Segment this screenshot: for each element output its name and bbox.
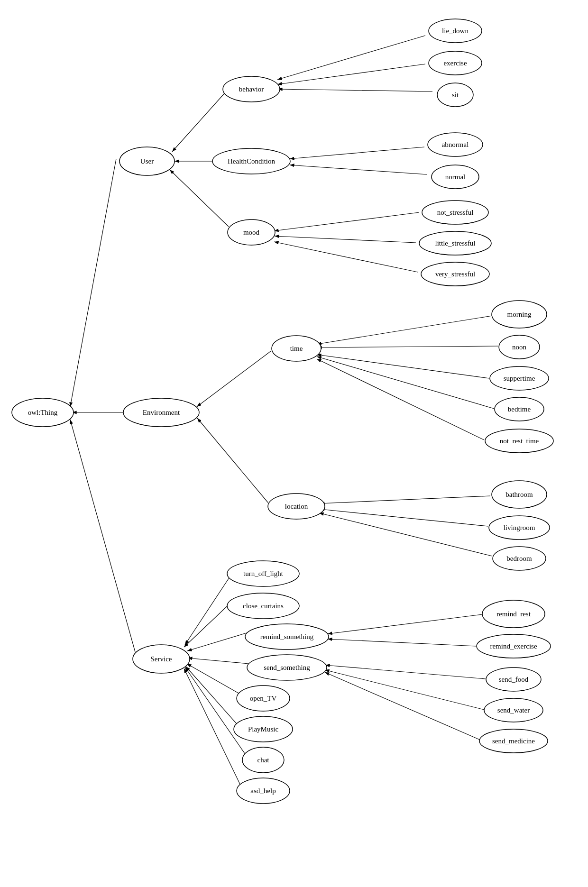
label-littlestressful: little_stressful	[435, 239, 476, 247]
edge-location-bedroom	[319, 513, 492, 556]
edge-service-opentv	[187, 664, 241, 695]
label-healthcondition: HealthCondition	[228, 157, 275, 165]
label-normal: normal	[445, 173, 466, 181]
label-sendwater: send_water	[497, 706, 530, 714]
edge-health-normal	[290, 165, 427, 174]
label-closecurtains: close_curtains	[243, 602, 284, 610]
edge-send-sendmedicine	[325, 672, 479, 740]
label-liedown: lie_down	[442, 27, 469, 35]
label-morning: morning	[507, 311, 532, 318]
label-playmusic: PlayMusic	[248, 725, 279, 733]
edge-behavior-sit	[278, 89, 432, 91]
label-abnormal: abnormal	[442, 141, 469, 148]
edge-user-behavior	[172, 92, 225, 152]
edge-mood-littlestressful	[275, 236, 416, 243]
label-noon: noon	[512, 343, 527, 351]
label-sit: sit	[452, 91, 459, 99]
edge-service-sendsomething	[188, 658, 248, 664]
edge-time-suppertime	[317, 355, 489, 378]
label-bedroom: bedroom	[506, 555, 532, 562]
edge-service-closecurtains	[184, 602, 231, 647]
label-verystressful: very_stressful	[435, 270, 475, 278]
edge-health-abnormal	[290, 147, 424, 159]
label-sendfood: send_food	[499, 676, 529, 683]
label-bathroom: bathroom	[505, 491, 533, 498]
label-opentv: open_TV	[250, 695, 277, 702]
edge-time-noon	[317, 346, 498, 347]
label-exercise: exercise	[443, 59, 467, 67]
edge-location-bathroom	[320, 496, 490, 503]
label-sendsomething: send_something	[264, 664, 310, 671]
label-asdhelp: asd_help	[250, 787, 276, 795]
label-chat: chat	[257, 756, 270, 764]
label-sendmedicine: send_medicine	[492, 737, 535, 745]
edge-service-playmusic	[186, 667, 238, 725]
edge-user-mood	[170, 170, 229, 227]
edge-remind-remindrest	[328, 614, 482, 634]
label-livingroom: livingroom	[504, 524, 535, 531]
label-user: User	[140, 157, 154, 165]
edge-env-location	[197, 418, 268, 503]
edge-behavior-liedown	[277, 36, 425, 80]
edge-time-notresttime	[317, 359, 484, 440]
edge-mood-verystressful	[274, 242, 418, 272]
label-location: location	[285, 503, 308, 510]
label-owlthing: owl:Thing	[28, 409, 58, 416]
edge-mood-notstressful	[274, 212, 419, 231]
label-bedtime: bedtime	[508, 405, 531, 413]
edge-time-bedtime	[317, 357, 494, 409]
edge-owlthing-user	[70, 159, 116, 407]
edge-time-morning	[317, 316, 492, 344]
edge-service-asdhelp	[184, 668, 241, 786]
edge-send-sendfood	[325, 665, 486, 679]
label-service: Service	[151, 655, 172, 663]
label-notresttime: not_rest_time	[500, 437, 539, 445]
edge-send-sendwater	[325, 670, 484, 710]
edge-behavior-exercise	[277, 64, 425, 84]
label-remindexercise: remind_exercise	[490, 642, 537, 650]
edge-env-time	[197, 351, 271, 407]
label-environment: Environment	[143, 409, 180, 416]
label-turnofflight: turn_off_light	[243, 570, 284, 577]
edge-owlthing-service	[70, 420, 135, 652]
edge-location-livingroom	[320, 509, 488, 526]
label-remindrest: remind_rest	[496, 610, 531, 618]
label-remindsomething: remind_something	[260, 633, 314, 640]
edge-service-turnofflight	[185, 575, 231, 645]
label-mood: mood	[243, 229, 260, 236]
label-behavior: behavior	[239, 85, 264, 93]
label-notstressful: not_stressful	[437, 209, 474, 216]
edge-remind-remindexercise	[328, 639, 476, 646]
label-time: time	[290, 345, 303, 352]
label-suppertime: suppertime	[504, 375, 535, 382]
